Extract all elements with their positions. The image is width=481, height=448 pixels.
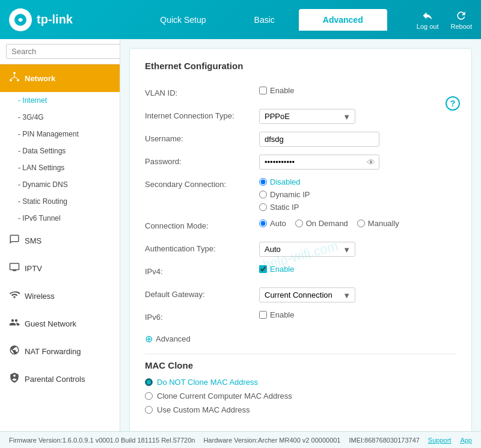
connection-type-wrapper: PPPoE Dynamic IP Static IP L2TP PPTP ▼ (259, 109, 355, 124)
sidebar-nat-label: NAT Forwarding (25, 347, 81, 356)
secondary-dynamic-radio[interactable] (259, 191, 267, 198)
logout-label: Log out (417, 23, 439, 30)
logout-button[interactable]: Log out (417, 10, 439, 30)
mac-custom-radio[interactable] (145, 406, 153, 414)
sidebar-sub-pin[interactable]: - PIN Management (0, 126, 120, 143)
default-gateway-select[interactable]: Current Connection (259, 287, 355, 302)
mac-clone-current-radio[interactable] (145, 392, 153, 400)
header: tp-link Quick Setup Basic Advanced Log o… (0, 0, 481, 39)
secondary-static-option: Static IP (259, 203, 310, 212)
ipv4-checkbox-label: Enable (259, 265, 294, 274)
username-label: Username: (145, 132, 259, 143)
mac-not-clone-radio[interactable] (145, 378, 153, 386)
sidebar-guest-label: Guest Network (25, 319, 76, 328)
content-wrapper: ? Ethernet Configuration VLAN ID: Enable (129, 48, 472, 431)
ipv6-row: IPv6: Enable (145, 310, 456, 326)
vlan-id-control: Enable (259, 86, 456, 95)
connection-type-label: Internet Connection Type: (145, 109, 259, 120)
sidebar: Network - Internet - 3G/4G - PIN Managem… (0, 39, 120, 431)
auth-type-row: Authentication Type: Auto PAP CHAP ▼ (145, 242, 456, 257)
connection-mode-control: Auto On Demand Manually (259, 219, 456, 228)
sidebar-item-sms[interactable]: SMS (0, 227, 120, 254)
section-title-ethernet: Ethernet Configuration (145, 61, 456, 77)
username-input[interactable] (259, 132, 379, 147)
mode-manually-option: Manually (357, 219, 399, 228)
sidebar-item-iptv[interactable]: IPTV (0, 254, 120, 282)
button-row: Cancel Save (145, 426, 456, 431)
sidebar-item-guest[interactable]: Guest Network (0, 310, 120, 337)
sidebar-item-nat[interactable]: NAT Forwarding (0, 337, 120, 365)
connection-type-select[interactable]: PPPoE Dynamic IP Static IP L2TP PPTP (259, 109, 355, 124)
svg-line-7 (14, 77, 18, 79)
sidebar-sub-data[interactable]: - Data Settings (0, 143, 120, 159)
sidebar-item-network[interactable]: Network (0, 64, 120, 92)
secondary-disabled-radio[interactable] (259, 178, 267, 186)
sidebar-sub-ddns[interactable]: - Dynamic DNS (0, 176, 120, 193)
reboot-label: Reboot (451, 23, 472, 30)
username-control (259, 132, 456, 147)
vlan-id-checkbox-label: Enable (259, 86, 294, 95)
footer-firmware: Firmware Version:1.6.0.0.9.1 v0001.0 Bui… (9, 437, 195, 444)
auth-type-wrapper: Auto PAP CHAP ▼ (259, 242, 355, 257)
sidebar-sub-3g4g[interactable]: - 3G/4G (0, 109, 120, 126)
vlan-id-label: VLAN ID: (145, 86, 259, 97)
svg-point-2 (13, 72, 16, 74)
footer-links: Support App (428, 437, 472, 444)
support-link[interactable]: Support (428, 437, 452, 444)
secondary-conn-label: Secondary Connection: (145, 177, 259, 189)
ipv4-row: IPv4: Enable (145, 265, 456, 280)
ipv4-label: IPv4: (145, 265, 259, 276)
connection-mode-row: Connection Mode: Auto On Demand (145, 219, 456, 235)
tab-advanced[interactable]: Advanced (299, 9, 387, 31)
svg-line-6 (11, 77, 14, 79)
sidebar-sub-lan[interactable]: - LAN Settings (0, 159, 120, 176)
mode-ondemand-radio[interactable] (295, 219, 303, 227)
mode-auto-radio[interactable] (259, 219, 267, 227)
tab-quick-setup[interactable]: Quick Setup (136, 9, 230, 31)
logo-icon (9, 8, 32, 31)
ipv6-checkbox[interactable] (259, 311, 267, 319)
app-link[interactable]: App (460, 437, 472, 444)
connection-type-control: PPPoE Dynamic IP Static IP L2TP PPTP ▼ (259, 109, 456, 124)
default-gateway-control: Current Connection ▼ (259, 287, 456, 302)
network-icon (9, 72, 20, 85)
sidebar-network-label: Network (25, 74, 55, 83)
auth-type-label: Authentication Type: (145, 242, 259, 253)
connection-mode-radio-group: Auto On Demand Manually (259, 219, 399, 228)
secondary-static-radio[interactable] (259, 203, 267, 211)
ipv4-control: Enable (259, 265, 456, 274)
footer-hardware: Hardware Version:Archer MR400 v2 0000000… (203, 437, 340, 444)
nat-icon (9, 345, 20, 358)
sidebar-item-parental[interactable]: Parental Controls (0, 365, 120, 393)
svg-point-4 (17, 79, 19, 81)
vlan-id-checkbox[interactable] (259, 87, 267, 94)
secondary-dynamic-option: Dynamic IP (259, 190, 310, 199)
guest-icon (9, 317, 20, 330)
reboot-button[interactable]: Reboot (451, 10, 472, 30)
tab-basic[interactable]: Basic (230, 9, 299, 31)
footer-imei: IMEI:868768030173747 (349, 437, 419, 444)
sidebar-sub-internet[interactable]: - Internet (0, 92, 120, 109)
mode-manually-radio[interactable] (357, 219, 365, 227)
search-input[interactable] (6, 44, 120, 59)
auth-type-select[interactable]: Auto PAP CHAP (259, 242, 355, 257)
mac-clone-section: MAC Clone Do NOT Clone MAC Address Clone… (145, 360, 456, 414)
footer: Firmware Version:1.6.0.0.9.1 v0001.0 Bui… (0, 431, 481, 448)
sidebar-item-wireless[interactable]: Wireless (0, 282, 120, 310)
connection-type-row: Internet Connection Type: PPPoE Dynamic … (145, 109, 456, 124)
default-gateway-label: Default Gateway: (145, 287, 259, 299)
secondary-conn-radio-group: Disabled Dynamic IP Static IP (259, 177, 310, 212)
svg-point-3 (10, 79, 12, 81)
mode-auto-option: Auto (259, 219, 286, 228)
password-input[interactable] (259, 155, 379, 170)
advanced-toggle[interactable]: ⊕ Advanced (145, 333, 456, 345)
sidebar-wireless-label: Wireless (25, 292, 55, 301)
help-icon[interactable]: ? (446, 96, 460, 111)
wireless-icon (9, 289, 20, 302)
sidebar-sub-static[interactable]: - Static Routing (0, 193, 120, 210)
parental-icon (9, 372, 20, 385)
eye-icon[interactable]: 👁 (367, 158, 375, 167)
password-control: 👁 (259, 155, 456, 170)
ipv4-checkbox[interactable] (259, 265, 267, 273)
sidebar-sub-ipv6tunnel[interactable]: - IPv6 Tunnel (0, 210, 120, 227)
